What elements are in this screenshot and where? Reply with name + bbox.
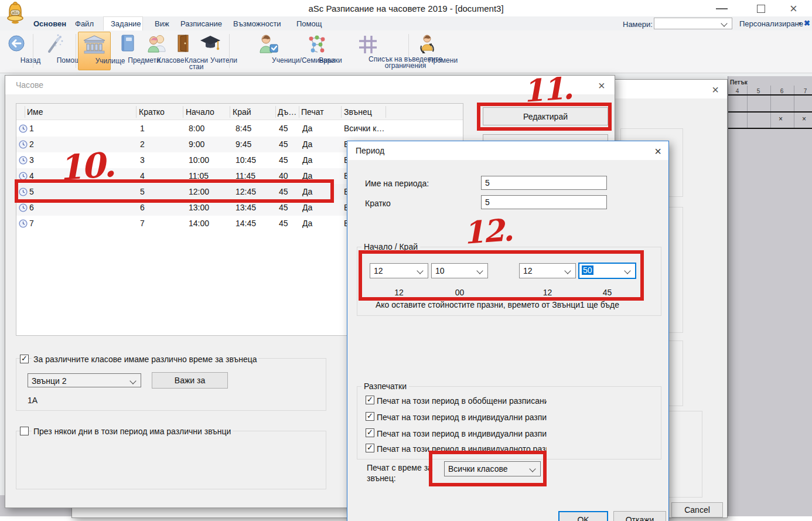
cell-bell: Всички к… <box>344 124 384 133</box>
cancel-button[interactable]: Откажи <box>613 511 666 521</box>
changes-button[interactable]: Промени <box>411 32 443 70</box>
tab-vazmozhnosti[interactable]: Възможности <box>233 19 281 28</box>
close-toolbar-icon[interactable]: ✖ <box>804 19 810 28</box>
different-bells-checkbox[interactable] <box>20 355 29 363</box>
cell-print: Да <box>302 139 312 149</box>
different-bells-label[interactable]: За различните класове имаме различно вре… <box>32 355 258 364</box>
tab-razpisanie[interactable]: Разписание <box>180 19 222 28</box>
grid-x-mark[interactable]: × <box>802 115 806 123</box>
period-short-label: Кратко <box>365 199 391 208</box>
classrooms-button[interactable]: Класни стаи <box>170 32 196 70</box>
cell-length: 45 <box>279 155 288 165</box>
personalize-caret-icon[interactable]: ▾ <box>799 21 801 26</box>
cell-name: 6 <box>29 203 34 212</box>
different-days-label[interactable]: През някои дни в този период има различн… <box>32 427 233 436</box>
period-dialog-titlebar[interactable] <box>347 141 668 160</box>
cell-print: Да <box>302 203 312 212</box>
chevron-down-icon <box>129 377 136 384</box>
asc-logo-icon: aSc <box>5 1 26 27</box>
col-header-end[interactable]: Край <box>233 107 251 117</box>
print-individual2-checkbox[interactable] <box>366 428 374 437</box>
period-short-input[interactable]: 5 <box>481 195 607 209</box>
column-separator <box>299 106 299 118</box>
ok-button[interactable]: OK <box>558 511 608 521</box>
cell-start: 14:00 <box>189 219 209 228</box>
clock-icon <box>19 140 28 151</box>
cell-length: 45 <box>279 203 288 212</box>
cell-start: 10:00 <box>189 155 209 165</box>
cell-short: 2 <box>140 139 145 149</box>
teachers-button[interactable]: Учители <box>197 32 224 70</box>
print-summary-checkbox[interactable] <box>366 396 374 404</box>
cell-end: 14:45 <box>236 219 256 228</box>
find-input[interactable] <box>654 18 732 29</box>
cell-end: 13:45 <box>236 203 256 212</box>
col-header-print[interactable]: Печат <box>301 107 324 117</box>
grid-x-mark[interactable]: × <box>779 115 783 123</box>
col-header-start[interactable]: Начало <box>186 107 214 117</box>
tab-vizh[interactable]: Виж <box>155 19 169 28</box>
student-check-icon <box>257 34 279 57</box>
links-button[interactable]: Връзки <box>303 32 330 70</box>
cell-short: 3 <box>140 155 145 165</box>
close-icon[interactable]: × <box>598 80 605 91</box>
table-row-1[interactable]: 1 1 8:00 8:45 45 Да Всички к… <box>16 121 463 137</box>
column-separator <box>136 106 137 118</box>
column-separator <box>341 106 342 118</box>
toolbar-separator <box>408 34 409 68</box>
applies-to-button[interactable]: Важи за <box>152 372 228 389</box>
period-name-input[interactable]: 5 <box>481 176 607 190</box>
col-header-bell[interactable]: Звънец <box>344 107 372 117</box>
col-header-short[interactable]: Кратко <box>139 107 165 117</box>
print-summary-label[interactable]: Печат на този период в обобщени разписан… <box>377 396 547 406</box>
assistant-button[interactable]: Помощник <box>34 32 74 70</box>
cell-print: Да <box>302 124 312 133</box>
print-individual3-checkbox[interactable] <box>366 444 374 452</box>
students-seminars-button[interactable]: Ученици/Семинари <box>232 32 303 70</box>
cell-short: 7 <box>140 219 145 228</box>
grid-line <box>728 94 812 96</box>
close-window-button[interactable]: × <box>790 1 797 16</box>
clock-icon <box>19 124 28 135</box>
personalize-button[interactable]: Персонализиране <box>739 19 803 28</box>
classes-button[interactable]: Класове <box>144 32 170 70</box>
background-cancel-button[interactable]: Cancel <box>671 502 723 517</box>
period-name-label: Име на периода: <box>365 179 429 188</box>
close-icon[interactable]: × <box>712 84 719 95</box>
toolbar-separator <box>76 34 76 68</box>
annotation-rect-dropdown <box>429 451 547 486</box>
clock-icon <box>19 219 28 230</box>
col-header-length[interactable]: Дъ… <box>278 107 296 117</box>
find-label: Намери: <box>623 20 653 29</box>
cell-print: Да <box>302 155 312 165</box>
constraints-list-button[interactable]: Списък на въведените ограничения <box>330 32 405 70</box>
school-bank-icon <box>83 35 106 57</box>
hours-table-header[interactable]: Име Кратко Начало Край Дъ… Печат Звънец <box>16 104 463 120</box>
different-days-checkbox[interactable] <box>20 427 29 435</box>
clock-icon <box>19 156 28 167</box>
toolbar-separator <box>33 34 33 68</box>
class-value: 1А <box>28 396 37 405</box>
grid-day-label: Петък <box>730 79 748 86</box>
grid-hash-icon <box>357 34 378 57</box>
print-individual1-checkbox[interactable] <box>366 412 374 421</box>
school-button[interactable]: Училище <box>78 32 111 70</box>
svg-text:aSc: aSc <box>12 11 19 15</box>
grid-col-header: 7 <box>794 88 812 94</box>
maximize-button[interactable] <box>757 5 765 13</box>
cell-length: 45 <box>279 124 288 133</box>
tab-zadanie[interactable]: Задание <box>111 19 141 28</box>
print-individual1-label[interactable]: Печат на този период в индивидуални разп… <box>377 413 547 422</box>
col-header-name[interactable]: Име <box>27 107 43 117</box>
minimize-button[interactable] <box>716 8 728 9</box>
cell-length: 45 <box>279 139 288 149</box>
bells-select[interactable]: Звънци 2 <box>28 373 141 387</box>
close-icon[interactable]: × <box>654 146 661 156</box>
tab-osnoven[interactable]: Основен <box>33 19 66 28</box>
back-button[interactable]: Назад <box>2 32 30 70</box>
subjects-button[interactable]: Предмети <box>111 32 144 70</box>
person-refresh-icon <box>417 34 438 57</box>
print-individual2-label[interactable]: Печат на този период в индивидуални разп… <box>377 429 547 438</box>
tab-fail[interactable]: Файл <box>75 19 94 28</box>
tab-pomosht[interactable]: Помощ <box>296 19 322 28</box>
